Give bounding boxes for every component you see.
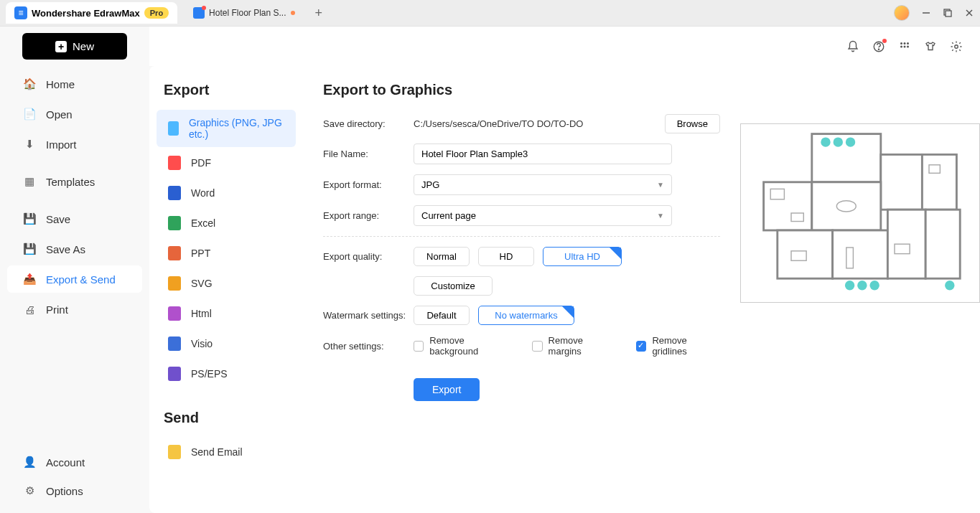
svg-rect-17	[922, 154, 956, 210]
ppt-file-icon	[168, 246, 181, 260]
quality-hd-button[interactable]: HD	[478, 247, 534, 266]
shirt-icon[interactable]	[924, 40, 937, 53]
browse-button[interactable]: Browse	[665, 114, 720, 133]
svg-point-9	[907, 42, 909, 44]
export-item-ppt[interactable]: PPT	[157, 239, 296, 268]
export-quality-label: Export quality:	[323, 251, 414, 262]
title-bar: ≡ Wondershare EdrawMax Pro Hotel Floor P…	[0, 0, 980, 26]
svg-point-8	[904, 42, 906, 44]
sidebar-item-import[interactable]: ⬇Import	[7, 131, 142, 158]
sidebar-item-label: Import	[46, 138, 77, 151]
home-icon: 🏠	[23, 77, 36, 90]
svg-rect-16	[881, 154, 923, 210]
bell-icon[interactable]	[846, 40, 859, 53]
svg-rect-2	[946, 11, 951, 17]
export-item-label: SVG	[191, 278, 213, 289]
templates-icon: ▦	[23, 175, 36, 188]
preview-panel	[740, 66, 980, 513]
ps-file-icon	[168, 367, 181, 381]
sidebar-item-label: Open	[46, 108, 73, 121]
excel-file-icon	[168, 216, 181, 230]
unsaved-indicator-icon	[291, 11, 295, 15]
export-range-value: Current page	[421, 210, 476, 221]
quality-ultrahd-button[interactable]: Ultra HD	[543, 247, 622, 266]
close-icon[interactable]	[964, 8, 974, 18]
sidebar-item-label: Templates	[46, 176, 95, 188]
remove-background-checkbox[interactable]	[414, 341, 424, 352]
svg-point-10	[900, 45, 902, 47]
remove-gridlines-checkbox[interactable]	[636, 341, 646, 352]
sidebar-item-print[interactable]: 🖨Print	[7, 296, 142, 323]
sidebar: 🏠Home 📄Open ⬇Import ▦Templates 💾Save 💾Sa…	[0, 66, 149, 513]
export-item-ps-eps[interactable]: PS/EPS	[157, 359, 296, 388]
export-item-excel[interactable]: Excel	[157, 209, 296, 237]
new-tab-button[interactable]: +	[311, 6, 327, 21]
sidebar-item-templates[interactable]: ▦Templates	[7, 168, 142, 195]
export-item-label: PS/EPS	[191, 368, 228, 380]
export-item-label: Visio	[191, 338, 213, 349]
sidebar-item-save[interactable]: 💾Save	[7, 205, 142, 232]
remove-gridlines-label: Remove gridlines	[652, 335, 720, 357]
remove-margins-checkbox[interactable]	[532, 341, 542, 352]
svg-rect-18	[812, 182, 881, 230]
watermark-none-button[interactable]: No watermarks	[478, 306, 574, 325]
grid-icon[interactable]	[898, 40, 911, 53]
sidebar-item-open[interactable]: 📄Open	[7, 100, 142, 128]
export-item-visio[interactable]: Visio	[157, 329, 296, 358]
export-item-pdf[interactable]: PDF	[157, 149, 296, 177]
svg-point-13	[955, 44, 958, 48]
svg-point-6	[878, 49, 879, 50]
gear-icon[interactable]	[950, 40, 963, 53]
export-item-word[interactable]: Word	[157, 179, 296, 207]
document-tab-label: Hotel Floor Plan S...	[209, 8, 286, 18]
export-format-select[interactable]: JPG▼	[414, 174, 672, 195]
send-item-email[interactable]: Send Email	[157, 438, 296, 466]
svg-point-12	[907, 45, 909, 47]
export-item-graphics[interactable]: Graphics (PNG, JPG etc.)	[157, 110, 296, 147]
export-format-label: Export format:	[323, 179, 414, 190]
sidebar-item-label: Save As	[46, 243, 85, 255]
svg-rect-19	[778, 230, 833, 278]
new-button-label: New	[73, 40, 94, 52]
file-icon: 📄	[23, 108, 36, 121]
sidebar-item-save-as[interactable]: 💾Save As	[7, 235, 142, 263]
svg-point-33	[845, 281, 854, 290]
export-item-label: Word	[191, 187, 215, 199]
minimize-icon[interactable]	[921, 8, 931, 18]
file-name-input[interactable]	[414, 143, 672, 164]
top-row: + New	[0, 26, 980, 66]
help-icon[interactable]	[872, 40, 885, 53]
app-logo-icon: ≡	[14, 6, 27, 19]
sidebar-item-account[interactable]: 👤Account	[7, 448, 142, 476]
export-item-html[interactable]: Html	[157, 299, 296, 328]
save-as-icon: 💾	[23, 243, 36, 255]
export-button[interactable]: Export	[414, 378, 480, 401]
print-icon: 🖨	[23, 303, 36, 316]
watermark-default-button[interactable]: Default	[414, 306, 470, 325]
sidebar-item-options[interactable]: ⚙Options	[7, 477, 142, 504]
export-item-label: PDF	[191, 157, 211, 169]
quality-normal-button[interactable]: Normal	[414, 247, 470, 266]
svg-point-36	[945, 281, 954, 290]
sidebar-item-home[interactable]: 🏠Home	[7, 70, 142, 98]
svg-point-11	[904, 45, 906, 47]
save-directory-label: Save directory:	[323, 118, 414, 129]
document-tab[interactable]: Hotel Floor Plan S...	[185, 3, 303, 23]
remove-background-label: Remove background	[429, 335, 510, 357]
maximize-icon[interactable]	[943, 8, 953, 18]
send-heading: Send	[149, 390, 303, 436]
sidebar-item-export-send[interactable]: 📤Export & Send	[7, 265, 142, 293]
export-range-select[interactable]: Current page▼	[414, 205, 672, 226]
chevron-down-icon: ▼	[657, 181, 664, 189]
customize-button[interactable]: Customize	[414, 276, 493, 296]
new-button[interactable]: + New	[22, 33, 127, 60]
user-avatar[interactable]	[894, 5, 910, 21]
export-item-svg[interactable]: SVG	[157, 269, 296, 298]
svg-point-31	[834, 137, 843, 146]
export-format-value: JPG	[421, 179, 439, 190]
sidebar-item-label: Account	[46, 456, 85, 469]
word-file-icon	[168, 186, 181, 200]
sidebar-item-label: Print	[46, 303, 68, 316]
save-directory-value: C:/Users/sesca/OneDrive/TO DO/TO-DO	[414, 118, 658, 129]
app-tab[interactable]: ≡ Wondershare EdrawMax Pro	[6, 2, 177, 24]
